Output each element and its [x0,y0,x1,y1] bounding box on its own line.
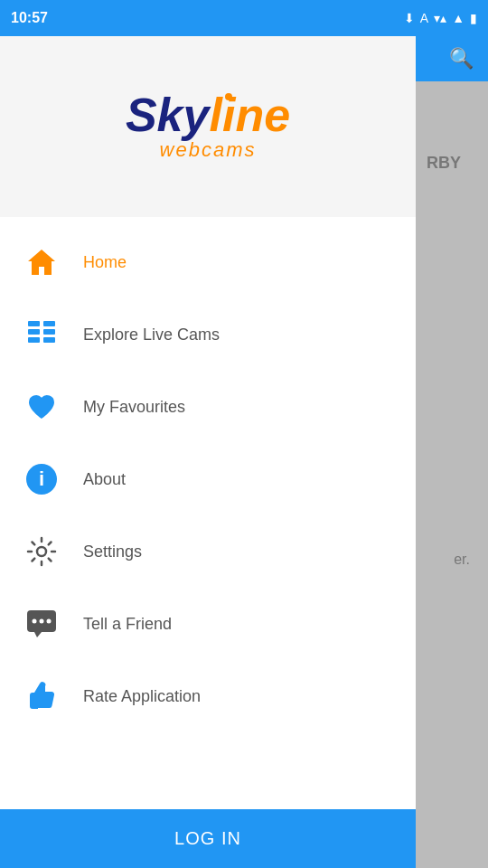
logo-line-text: line [209,89,290,141]
status-icons: ⬇ A ▾▴ ▲ ▮ [404,11,477,25]
menu-item-explore[interactable]: Explore Live Cams [0,298,416,371]
body-text: er. [454,552,470,568]
menu-label-rate: Rate Application [83,687,201,706]
nearby-text: RBY [427,154,461,173]
svg-rect-2 [28,337,40,343]
svg-rect-5 [43,337,55,343]
menu-label-tell-friend: Tell a Friend [83,615,172,634]
login-label: LOG IN [174,828,241,849]
svg-point-9 [40,619,44,624]
heart-icon [22,387,61,427]
logo-skyline: Skyline [126,91,290,138]
svg-point-8 [33,619,37,624]
svg-point-10 [47,619,52,624]
battery-icon: ▮ [470,11,477,25]
menu-item-about[interactable]: i About [0,443,416,515]
download-icon: ⬇ [404,11,415,25]
status-time: 10:57 [11,10,48,26]
svg-point-6 [37,547,46,556]
thumbsup-icon [22,676,61,716]
menu-item-home[interactable]: Home [0,226,416,298]
menu-label-explore: Explore Live Cams [83,326,220,344]
keyboard-icon: A [420,11,428,25]
svg-rect-3 [43,321,55,326]
svg-rect-0 [28,321,40,326]
settings-icon [22,532,61,571]
grid-icon [22,315,61,354]
logo-dot: i [222,91,235,138]
drawer-menu: Home Explore Live Cams [0,217,416,809]
menu-label-settings: Settings [83,542,142,561]
chat-icon [22,604,61,644]
svg-rect-1 [28,329,40,335]
status-bar: 10:57 ⬇ A ▾▴ ▲ ▮ [0,0,488,36]
drawer-header: Skyline webcams [0,36,416,217]
menu-label-about: About [83,470,126,489]
wifi-icon: ▾▴ [434,11,446,25]
menu-item-tell-friend[interactable]: Tell a Friend [0,588,416,660]
menu-item-rate[interactable]: Rate Application [0,660,416,732]
logo-container: Skyline webcams [126,91,290,162]
drawer-footer[interactable]: LOG IN [0,809,416,868]
search-icon[interactable]: 🔍 [449,47,474,71]
menu-label-favourites: My Favourites [83,398,185,417]
svg-rect-4 [43,329,55,335]
home-icon [22,242,61,282]
menu-label-home: Home [83,253,127,272]
menu-item-settings[interactable]: Settings [0,515,416,588]
menu-item-favourites[interactable]: My Favourites [0,371,416,443]
signal-icon: ▲ [452,11,465,25]
info-icon: i [22,459,61,499]
navigation-drawer: Skyline webcams Home [0,36,416,868]
logo-webcams: webcams [126,138,290,162]
info-icon-circle: i [26,464,57,495]
